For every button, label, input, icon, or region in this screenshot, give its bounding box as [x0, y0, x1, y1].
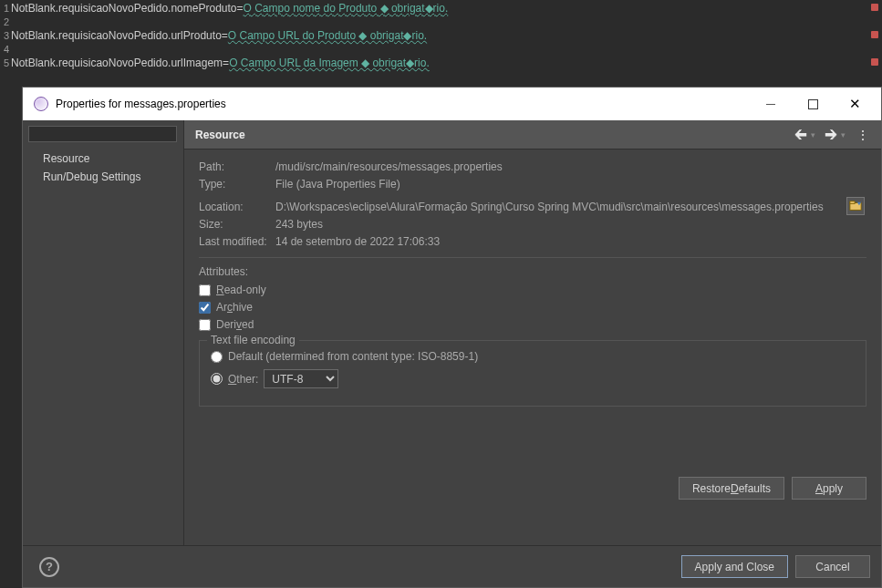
encoding-other-label[interactable]: Other: — [228, 373, 258, 386]
apply-and-close-button[interactable]: Apply and Close — [681, 555, 788, 578]
show-in-explorer-button[interactable] — [846, 197, 865, 215]
back-arrow-icon[interactable]: 🡰 — [791, 128, 811, 142]
section-header: Resource 🡰 ▾ 🡲 ▾ ⋮ — [184, 120, 881, 150]
lastmod-value: 14 de setembro de 2022 17:06:33 — [275, 235, 440, 248]
forward-chevron-icon[interactable]: ▾ — [841, 130, 851, 139]
close-button[interactable]: ✕ — [834, 88, 876, 120]
properties-content-panel: Resource 🡰 ▾ 🡲 ▾ ⋮ Path: /mudi/src/main/… — [184, 120, 881, 545]
encoding-default-radio[interactable] — [211, 351, 223, 363]
tree-item-label: Resource — [43, 152, 89, 165]
location-label: Location: — [199, 201, 275, 213]
dialog-footer: ? Apply and Close Cancel — [23, 545, 881, 587]
size-label: Size: — [199, 218, 275, 231]
back-chevron-icon[interactable]: ▾ — [811, 130, 821, 139]
code-editor: 1 NotBlank.requisicaoNovoPedido.nomeProd… — [0, 0, 882, 87]
tree-item-resource[interactable]: Resource — [23, 150, 183, 168]
line-number: 1 — [0, 2, 11, 15]
readonly-label[interactable]: Read-only — [216, 284, 266, 296]
readonly-checkbox[interactable] — [199, 284, 211, 296]
help-icon[interactable]: ? — [39, 557, 59, 577]
location-value: D:\Workspaces\eclipse\Alura\Formação Spr… — [275, 201, 824, 213]
properties-dialog: Properties for messages.properties ✕ Res… — [22, 87, 882, 588]
cancel-button[interactable]: Cancel — [795, 555, 870, 578]
apply-button[interactable]: Apply — [792, 477, 866, 500]
maximize-button[interactable] — [792, 88, 834, 120]
encoding-default-label[interactable]: Default (determined from content type: I… — [228, 350, 478, 363]
restore-defaults-button[interactable]: Restore Defaults — [679, 477, 784, 500]
error-marker-icon — [871, 4, 878, 11]
line-number: 5 — [0, 57, 11, 70]
archive-label[interactable]: Archive — [216, 301, 253, 314]
line-number: 2 — [0, 15, 11, 29]
type-label: Type: — [199, 178, 275, 191]
path-label: Path: — [199, 160, 275, 173]
eclipse-icon — [34, 97, 48, 111]
line-number: 3 — [0, 29, 11, 43]
tree-item-run-debug[interactable]: Run/Debug Settings — [23, 168, 183, 186]
titlebar: Properties for messages.properties ✕ — [23, 88, 881, 120]
path-value: /mudi/src/main/resources/messages.proper… — [275, 160, 503, 173]
properties-tree: Resource Run/Debug Settings — [23, 148, 183, 188]
error-marker-icon — [871, 31, 878, 38]
minimize-button[interactable] — [750, 88, 792, 120]
properties-tree-panel: Resource Run/Debug Settings — [23, 120, 184, 545]
svg-rect-1 — [850, 201, 855, 204]
lastmod-label: Last modified: — [199, 235, 275, 248]
dialog-title: Properties for messages.properties — [56, 98, 750, 110]
type-value: File (Java Properties File) — [275, 178, 400, 191]
error-marker-icon — [871, 58, 878, 66]
divider — [199, 257, 866, 258]
menu-dots-icon[interactable]: ⋮ — [851, 128, 870, 142]
tree-item-label: Run/Debug Settings — [43, 170, 140, 183]
derived-label[interactable]: Derived — [216, 318, 254, 331]
size-value: 243 bytes — [275, 218, 323, 231]
attributes-heading: Attributes: — [199, 265, 866, 278]
derived-checkbox[interactable] — [199, 319, 211, 331]
forward-arrow-icon[interactable]: 🡲 — [821, 128, 841, 142]
encoding-select[interactable]: UTF-8 — [264, 369, 338, 388]
encoding-fieldset: Text file encoding Default (determined f… — [199, 340, 866, 407]
archive-checkbox[interactable] — [199, 302, 211, 314]
explorer-icon — [849, 200, 862, 212]
encoding-legend: Text file encoding — [207, 334, 299, 346]
section-title: Resource — [195, 129, 791, 141]
line-number: 4 — [0, 43, 11, 57]
encoding-other-radio[interactable] — [211, 373, 223, 385]
filter-input[interactable] — [28, 126, 177, 142]
